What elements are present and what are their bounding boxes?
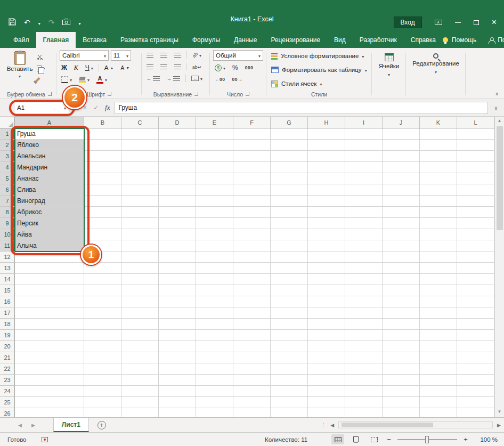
vertical-scrollbar[interactable] <box>494 117 504 417</box>
cell-G15[interactable] <box>271 285 308 296</box>
decrease-indent-button[interactable] <box>145 75 161 82</box>
cell-A24[interactable] <box>15 386 84 397</box>
cell-I3[interactable] <box>345 151 383 162</box>
cell-F9[interactable] <box>233 218 271 229</box>
cell-L24[interactable] <box>457 386 494 397</box>
cell-B8[interactable] <box>84 207 121 218</box>
zoom-slider[interactable] <box>397 439 457 440</box>
cell-L21[interactable] <box>457 352 494 363</box>
cell-B26[interactable] <box>84 408 121 417</box>
cell-H13[interactable] <box>308 263 345 274</box>
font-color-button[interactable]: А <box>95 75 109 84</box>
cell-F25[interactable] <box>233 397 271 408</box>
cell-D3[interactable] <box>159 151 196 162</box>
currency-format-button[interactable]: $ <box>213 64 227 72</box>
cell-G3[interactable] <box>271 151 308 162</box>
column-header-K[interactable]: K <box>420 117 457 128</box>
help-button[interactable]: Помощь <box>452 36 476 44</box>
cell-H23[interactable] <box>308 375 345 386</box>
cell-D19[interactable] <box>159 330 196 341</box>
cell-L19[interactable] <box>457 330 494 341</box>
cell-K14[interactable] <box>420 274 457 285</box>
row-header-8[interactable]: 8 <box>0 207 15 218</box>
cell-L2[interactable] <box>457 140 494 151</box>
cell-L1[interactable] <box>457 128 494 140</box>
clipboard-dialog-launcher[interactable] <box>48 92 52 96</box>
cell-L20[interactable] <box>457 341 494 352</box>
cell-L12[interactable] <box>457 252 494 263</box>
decrease-decimal-button[interactable]: 00→ <box>230 76 243 83</box>
cell-B3[interactable] <box>84 151 121 162</box>
cell-L11[interactable] <box>457 240 494 252</box>
cell-A26[interactable] <box>15 408 84 417</box>
cell-G12[interactable] <box>271 252 308 263</box>
cell-L18[interactable] <box>457 319 494 330</box>
cell-A17[interactable] <box>15 307 84 319</box>
cell-B16[interactable] <box>84 296 121 307</box>
cell-G19[interactable] <box>271 330 308 341</box>
cell-I18[interactable] <box>345 319 383 330</box>
cell-K8[interactable] <box>420 207 457 218</box>
cell-K16[interactable] <box>420 296 457 307</box>
cell-D5[interactable] <box>159 173 196 184</box>
cell-F8[interactable] <box>233 207 271 218</box>
sign-in-button[interactable]: Вход <box>394 17 422 28</box>
cell-B10[interactable] <box>84 229 121 240</box>
page-break-view-button[interactable] <box>368 434 380 444</box>
cell-E8[interactable] <box>196 207 233 218</box>
ribbon-tab-3[interactable]: Разметка страницы <box>113 32 185 48</box>
row-header-5[interactable]: 5 <box>0 173 15 184</box>
cell-H17[interactable] <box>308 307 345 319</box>
enter-button[interactable]: ✓ <box>92 104 100 111</box>
cell-F23[interactable] <box>233 375 271 386</box>
cell-L9[interactable] <box>457 218 494 229</box>
cell-F11[interactable] <box>233 240 271 252</box>
cell-B17[interactable] <box>84 307 121 319</box>
column-header-B[interactable]: B <box>84 117 121 128</box>
cell-A20[interactable] <box>15 341 84 352</box>
cell-C15[interactable] <box>121 285 159 296</box>
cell-G7[interactable] <box>271 196 308 207</box>
scroll-up-arrow[interactable] <box>498 118 502 125</box>
cell-D25[interactable] <box>159 397 196 408</box>
cell-J18[interactable] <box>383 319 420 330</box>
scroll-right-arrow[interactable] <box>497 423 501 428</box>
cell-F16[interactable] <box>233 296 271 307</box>
cell-C25[interactable] <box>121 397 159 408</box>
cell-G4[interactable] <box>271 162 308 173</box>
cell-A23[interactable] <box>15 375 84 386</box>
cell-E14[interactable] <box>196 274 233 285</box>
cell-F4[interactable] <box>233 162 271 173</box>
customize-qat-dropdown[interactable] <box>78 18 80 27</box>
cell-D14[interactable] <box>159 274 196 285</box>
cell-D7[interactable] <box>159 196 196 207</box>
cell-K19[interactable] <box>420 330 457 341</box>
paste-button[interactable]: Вставить <box>4 50 35 90</box>
cell-H24[interactable] <box>308 386 345 397</box>
cell-K10[interactable] <box>420 229 457 240</box>
row-header-14[interactable]: 14 <box>0 274 15 285</box>
cell-A18[interactable] <box>15 319 84 330</box>
cell-B15[interactable] <box>84 285 121 296</box>
cell-L16[interactable] <box>457 296 494 307</box>
row-header-21[interactable]: 21 <box>0 352 15 363</box>
cell-F14[interactable] <box>233 274 271 285</box>
cell-H20[interactable] <box>308 341 345 352</box>
cell-G5[interactable] <box>271 173 308 184</box>
italic-button[interactable]: К <box>72 63 80 72</box>
cell-C1[interactable] <box>121 128 159 140</box>
ribbon-display-options-icon[interactable] <box>435 20 442 25</box>
cell-J22[interactable] <box>383 363 420 375</box>
cell-I14[interactable] <box>345 274 383 285</box>
cell-F26[interactable] <box>233 408 271 417</box>
cell-I25[interactable] <box>345 397 383 408</box>
ribbon-tab-9[interactable]: Справка <box>404 32 443 48</box>
cell-H8[interactable] <box>308 207 345 218</box>
cell-G8[interactable] <box>271 207 308 218</box>
cell-I8[interactable] <box>345 207 383 218</box>
scroll-down-arrow[interactable] <box>498 409 502 416</box>
cell-C18[interactable] <box>121 319 159 330</box>
cell-K20[interactable] <box>420 341 457 352</box>
align-center-button[interactable] <box>159 64 169 70</box>
cell-C17[interactable] <box>121 307 159 319</box>
